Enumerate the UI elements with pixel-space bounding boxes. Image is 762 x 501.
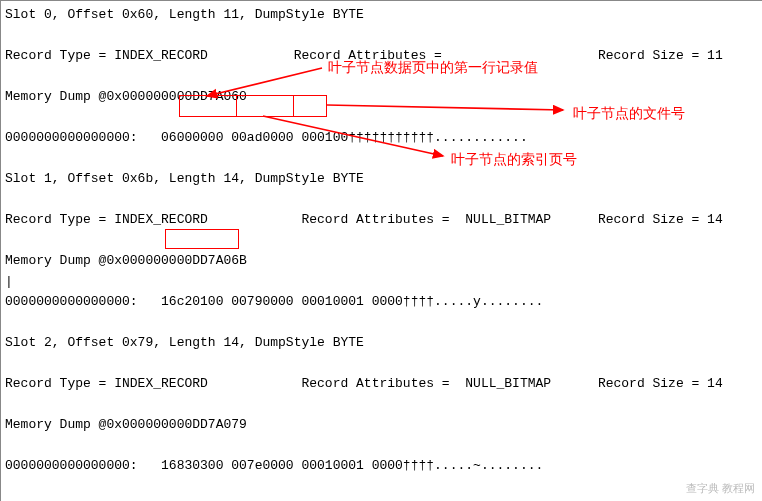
slot1-memdump-label: Memory Dump @0x000000000DD7A06B <box>5 251 759 271</box>
slot2-header: Slot 2, Offset 0x79, Length 14, DumpStyl… <box>5 333 759 353</box>
slot1-cursor: | <box>5 272 759 292</box>
highlight-box-4 <box>165 229 239 249</box>
slot1-header: Slot 1, Offset 0x6b, Length 14, DumpStyl… <box>5 169 759 189</box>
highlight-box-2 <box>236 95 294 117</box>
watermark: 查字典 教程网 <box>686 480 755 497</box>
offset-table-title: OFFSET TABLE: <box>5 497 759 501</box>
annotation-index-page-number: 叶子节点的索引页号 <box>451 149 577 170</box>
annotation-file-number: 叶子节点的文件号 <box>573 103 685 124</box>
slot0-hex-line: 0000000000000000: 06000000 00ad0000 0001… <box>5 128 759 148</box>
slot2-record-line: Record Type = INDEX_RECORD Record Attrib… <box>5 374 759 394</box>
slot1-record-line: Record Type = INDEX_RECORD Record Attrib… <box>5 210 759 230</box>
annotation-first-row-value: 叶子节点数据页中的第一行记录值 <box>328 57 538 78</box>
slot2-hex-line: 0000000000000000: 16830300 007e0000 0001… <box>5 456 759 476</box>
slot0-header: Slot 0, Offset 0x60, Length 11, DumpStyl… <box>5 5 759 25</box>
slot2-memdump-label: Memory Dump @0x000000000DD7A079 <box>5 415 759 435</box>
highlight-box-1 <box>179 95 237 117</box>
highlight-box-3 <box>293 95 327 117</box>
slot1-hex-line: 0000000000000000: 16c20100 00790000 0001… <box>5 292 759 312</box>
